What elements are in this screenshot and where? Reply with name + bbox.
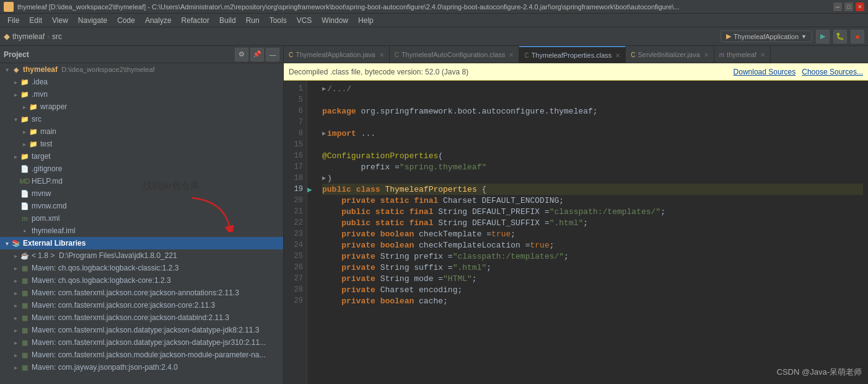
tab-close-btn[interactable]: ✕ — [760, 51, 765, 58]
tree-label: Maven: com.jayway.jsonpath:json-path:2.4… — [32, 363, 178, 372]
tab-thymeleaf[interactable]: m thymeleaf ✕ — [714, 46, 771, 63]
fold-icon[interactable]: ▶ — [322, 174, 326, 182]
menu-analyze[interactable]: Analyze — [140, 14, 177, 27]
tree-item-maven-9[interactable]: ▸ ▦ Maven: com.jayway.jsonpath:json-path… — [0, 361, 283, 373]
code-text: ; — [583, 218, 588, 228]
menu-vcs[interactable]: VCS — [292, 14, 317, 27]
fold-icon[interactable]: ▶ — [322, 130, 326, 137]
tree-item-pom[interactable]: m pom.xml — [0, 212, 283, 225]
code-text: public — [322, 185, 351, 194]
collapse-icon[interactable]: — — [266, 48, 279, 61]
choose-sources-link[interactable]: Choose Sources... — [802, 68, 863, 76]
tree-item-target[interactable]: ▸ 📁 target — [0, 150, 283, 163]
tab-properties[interactable]: C ThymeleafProperties.class ✕ — [519, 46, 626, 63]
debug-button[interactable]: 🐛 — [833, 30, 847, 43]
maven-icon: ▦ — [20, 288, 30, 298]
tree-item-test[interactable]: ▸ 📁 test — [0, 138, 283, 150]
folder-icon: 📁 — [20, 114, 30, 124]
code-text: static — [375, 218, 405, 228]
stop-button[interactable]: ■ — [851, 30, 864, 43]
tree-item-main[interactable]: ▸ 📁 main — [0, 125, 283, 138]
tree-item-maven-6[interactable]: ▸ ▦ Maven: com.fasterxml.jackson.datatyp… — [0, 324, 283, 336]
tree-arrow: ▸ — [11, 326, 20, 334]
maximize-button[interactable]: □ — [844, 2, 853, 11]
code-line-26: private String suffix = ".html" ; — [322, 262, 863, 273]
code-text — [351, 185, 356, 194]
tab-servletinitializer[interactable]: C ServletInitializer.java ✕ — [626, 46, 714, 63]
folder-icon: 📁 — [28, 127, 38, 136]
tree-label: Maven: com.fasterxml.jackson.datatype:ja… — [32, 338, 266, 347]
tree-item-maven-2[interactable]: ▸ ▦ Maven: ch.qos.logback:logback-core:1… — [0, 274, 283, 287]
tree-item-helpmd[interactable]: MD HELP.md — [0, 175, 283, 187]
window-controls[interactable]: ─ □ ✕ — [833, 2, 864, 11]
menu-edit[interactable]: Edit — [24, 14, 47, 27]
minimize-button[interactable]: ─ — [833, 2, 842, 11]
line-num-7: 7 — [284, 117, 307, 128]
tree-item-mvn[interactable]: ▸ 📁 .mvn — [0, 88, 283, 100]
tree-label: test — [40, 140, 52, 148]
tree-item-external-libs[interactable]: ▾ 📚 External Libraries — [0, 237, 283, 249]
gutter-19[interactable]: ▶ — [307, 184, 317, 195]
tab-thymeleaf-app[interactable]: C ThymeleafApplication.java ✕ — [284, 46, 390, 63]
tree-item-gitignore[interactable]: 📄 .gitignore — [0, 163, 283, 175]
fold-icon[interactable]: ▶ — [322, 85, 326, 92]
code-text — [405, 207, 410, 217]
tree-item-iml[interactable]: ▪ thymeleaf.iml — [0, 225, 283, 237]
tree-item-maven-8[interactable]: ▸ ▦ Maven: com.fasterxml.jackson.module:… — [0, 349, 283, 361]
tree-item-mvnwcmd[interactable]: 📄 mvnw.cmd — [0, 200, 283, 212]
tree-label: wrapper — [40, 102, 67, 111]
tree-item-root[interactable]: ▾ ◆ thymeleaf D:\idea_workspace2\thymele… — [0, 63, 283, 76]
gear-icon[interactable]: ⚙ — [235, 48, 248, 61]
breadcrumb-src[interactable]: src — [52, 32, 62, 41]
toolbar: ◆ thymeleaf › src ▶ ThymeleafApplication… — [0, 27, 868, 46]
project-folder-icon: ◆ — [11, 65, 21, 74]
tree-item-maven-1[interactable]: ▸ ▦ Maven: ch.qos.logback:logback-classi… — [0, 262, 283, 274]
tree-item-jdk[interactable]: ▸ ☕ < 1.8 > D:\Program Files\Java\jdk1.8… — [0, 249, 283, 262]
tab-close-btn[interactable]: ✕ — [379, 51, 384, 58]
tree-label: Maven: com.fasterxml.jackson.core:jackso… — [32, 313, 229, 322]
tab-autoconfig[interactable]: C ThymeleafAutoConfiguration.class ✕ — [390, 46, 520, 63]
line-num-29: 29 — [284, 295, 307, 306]
download-sources-link[interactable]: Download Sources — [734, 68, 796, 76]
project-tree[interactable]: ▾ ◆ thymeleaf D:\idea_workspace2\thymele… — [0, 63, 283, 384]
menu-navigate[interactable]: Navigate — [73, 14, 112, 27]
tab-close-btn[interactable]: ✕ — [615, 52, 620, 59]
tab-close-btn[interactable]: ✕ — [704, 51, 709, 58]
menu-file[interactable]: File — [2, 14, 24, 27]
run-config-selector[interactable]: ▶ ThymeleafApplication ▼ — [721, 30, 812, 42]
tree-item-maven-7[interactable]: ▸ ▦ Maven: com.fasterxml.jackson.datatyp… — [0, 336, 283, 349]
breadcrumb-project[interactable]: thymeleaf — [12, 32, 45, 41]
close-button[interactable]: ✕ — [856, 2, 864, 11]
class-file-icon: C — [524, 52, 528, 59]
code-line-24: private boolean checkTemplateLocation = … — [322, 239, 863, 251]
tree-item-mvnw[interactable]: 📄 mvnw — [0, 187, 283, 200]
tab-close-btn[interactable]: ✕ — [509, 51, 514, 58]
menu-code[interactable]: Code — [112, 14, 140, 27]
menu-window[interactable]: Window — [317, 14, 353, 27]
pin-icon[interactable]: 📌 — [250, 48, 264, 61]
menu-build[interactable]: Build — [214, 14, 241, 27]
tree-item-maven-5[interactable]: ▸ ▦ Maven: com.fasterxml.jackson.core:ja… — [0, 311, 283, 324]
line-num-18: 18 — [284, 172, 307, 184]
code-content[interactable]: ▶ /.../ package org.springframework.boot… — [317, 81, 868, 384]
tree-item-src[interactable]: ▾ 📁 src — [0, 113, 283, 125]
menu-run[interactable]: Run — [241, 14, 265, 27]
tree-label: target — [32, 152, 51, 161]
menu-tools[interactable]: Tools — [265, 14, 292, 27]
run-button[interactable]: ▶ — [816, 30, 830, 43]
menu-help[interactable]: Help — [353, 14, 379, 27]
tree-item-idea[interactable]: ▸ 📁 .idea — [0, 76, 283, 88]
tree-item-wrapper[interactable]: ▸ 📁 wrapper — [0, 100, 283, 113]
code-text: String suffix = — [375, 263, 453, 272]
tree-item-maven-3[interactable]: ▸ ▦ Maven: com.fasterxml.jackson.core:ja… — [0, 287, 283, 299]
code-text — [322, 252, 341, 261]
gutter-24 — [307, 239, 317, 251]
code-text: String mode = — [375, 274, 443, 284]
line-num-15: 15 — [284, 139, 307, 150]
panel-toolbar: ⚙ 📌 — — [235, 48, 279, 61]
tree-item-maven-4[interactable]: ▸ ▦ Maven: com.fasterxml.jackson.core:ja… — [0, 299, 283, 311]
menu-refactor[interactable]: Refactor — [177, 14, 214, 27]
run-gutter-icon[interactable]: ▶ — [307, 186, 312, 193]
panel-title: Project — [4, 50, 29, 59]
menu-view[interactable]: View — [47, 14, 73, 27]
